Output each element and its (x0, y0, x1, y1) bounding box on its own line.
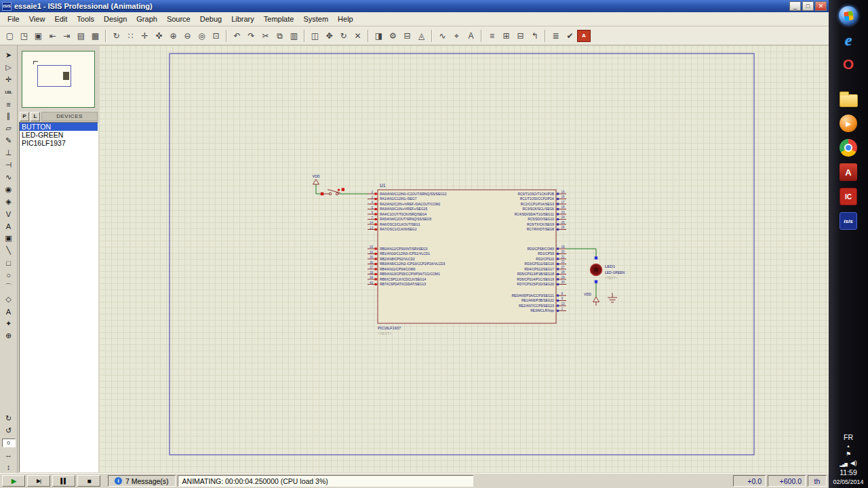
step-button[interactable]: ▶| (27, 475, 50, 487)
network-icon[interactable]: ▂▄▆ (840, 462, 846, 466)
volume-icon[interactable]: ◀) (850, 460, 857, 466)
generator-mode-icon[interactable]: ◈ (2, 196, 16, 207)
2d-circle-icon[interactable]: ○ (2, 269, 16, 281)
origin-icon[interactable]: ✛ (138, 28, 152, 43)
netlist-to-ares-icon[interactable]: A (577, 30, 591, 42)
language-indicator[interactable]: FR (844, 433, 853, 441)
design-explorer-icon[interactable]: ≡ (485, 28, 499, 43)
library-button[interactable]: L (31, 112, 40, 121)
redo-icon[interactable]: ↷ (244, 28, 258, 43)
rotation-angle-display[interactable]: 0 (2, 439, 16, 447)
menu-help[interactable]: Help (333, 13, 358, 25)
design-overview-panel[interactable] (22, 51, 95, 108)
pick-device-icon[interactable]: ◨ (372, 28, 386, 43)
folder-icon[interactable] (834, 87, 863, 110)
wire-label-mode-icon[interactable]: LBL (2, 86, 16, 98)
2d-symbol-icon[interactable]: ✦ (2, 318, 16, 329)
power-terminal-arrow[interactable] (593, 297, 599, 302)
menu-design[interactable]: Design (99, 13, 132, 25)
menu-file[interactable]: File (3, 13, 24, 25)
zoom-out-icon[interactable]: ⊖ (180, 28, 195, 43)
open-file-icon[interactable]: ◳ (17, 28, 31, 43)
remove-sheet-icon[interactable]: ⊟ (513, 28, 528, 43)
device-item-pic16lf1937[interactable]: PIC16LF1937 (20, 139, 98, 147)
clock-date[interactable]: 02/05/2014 (833, 479, 863, 485)
2d-path-icon[interactable]: ◇ (2, 293, 16, 305)
mark-output-area-icon[interactable]: ▦ (88, 28, 102, 43)
instant-edit-mode-icon[interactable]: ✎ (2, 135, 16, 146)
menu-source[interactable]: Source (162, 13, 195, 25)
block-rotate-icon[interactable]: ↻ (336, 28, 351, 43)
2d-box-icon[interactable]: □ (2, 257, 16, 268)
titlebar[interactable]: ISIS essaie1 - ISIS Professional (Animat… (0, 0, 829, 12)
internet-explorer-icon[interactable]: e (834, 28, 863, 52)
opera-icon[interactable]: O (834, 53, 863, 76)
zoom-all-icon[interactable]: ◎ (195, 28, 209, 43)
play-button[interactable]: ▶ (2, 475, 25, 487)
schematic-drawing[interactable]: 2RA0/AN0/C12IN0-/C2OUT/SRNQ/SS/SEG123RA1… (99, 45, 829, 473)
2d-marker-icon[interactable]: ⊕ (2, 330, 16, 342)
close-button[interactable]: ✕ (815, 1, 827, 11)
device-item-led-green[interactable]: LED-GREEN (20, 131, 98, 139)
terminals-mode-icon[interactable]: ⊥ (2, 147, 16, 159)
junction-dot-mode-icon[interactable]: ✛ (2, 74, 16, 85)
zoom-area-icon[interactable]: ⊡ (209, 28, 223, 43)
selection-mode-icon[interactable]: ➤ (2, 49, 16, 61)
power-terminal-arrow[interactable] (313, 180, 319, 185)
property-assignment-icon[interactable]: A (464, 28, 478, 43)
toggle-grid-icon[interactable]: ∷ (123, 28, 138, 43)
chip-ref[interactable]: U1 (380, 183, 386, 188)
zoom-in-icon[interactable]: ⊕ (166, 28, 180, 43)
menu-system[interactable]: System (298, 13, 333, 25)
copy-icon[interactable]: ⧉ (273, 28, 287, 43)
undo-icon[interactable]: ↶ (230, 28, 244, 43)
new-file-icon[interactable]: ▢ (3, 28, 17, 43)
2d-arc-icon[interactable]: ⌒ (2, 281, 16, 293)
menu-view[interactable]: View (24, 13, 50, 25)
tape-recorder-mode-icon[interactable]: ◉ (2, 184, 16, 195)
menu-template[interactable]: Template (259, 13, 299, 25)
menu-tools[interactable]: Tools (72, 13, 99, 25)
current-probe-mode-icon[interactable]: A (2, 220, 16, 232)
block-move-icon[interactable]: ✥ (322, 28, 336, 43)
menu-graph[interactable]: Graph (132, 13, 162, 25)
mirror-vertical-icon[interactable]: ↕ (2, 461, 16, 472)
device-pins-mode-icon[interactable]: ⊣ (2, 159, 16, 171)
search-tag-icon[interactable]: ⌖ (450, 28, 464, 43)
text-script-mode-icon[interactable]: ≡ (2, 98, 16, 110)
stop-button[interactable]: ■ (77, 475, 100, 487)
block-delete-icon[interactable]: ✕ (351, 28, 365, 43)
pause-button[interactable]: ▌▌ (52, 475, 75, 487)
isis-app-icon[interactable]: isis (834, 209, 863, 232)
message-panel[interactable]: i 7 Message(s) (108, 475, 176, 487)
wire[interactable] (566, 249, 596, 258)
subcircuit-mode-icon[interactable]: ▱ (2, 123, 16, 134)
import-section-icon[interactable]: ⇤ (45, 28, 60, 43)
paste-icon[interactable]: ▥ (287, 28, 301, 43)
packaging-tool-icon[interactable]: ⊟ (400, 28, 414, 43)
chip-value[interactable]: PIC16LF1937 (378, 326, 401, 330)
device-item-button[interactable]: BUTTON (20, 123, 98, 131)
menu-edit[interactable]: Edit (50, 13, 72, 25)
adobe-reader-icon[interactable]: A (834, 161, 863, 184)
redraw-icon[interactable]: ↻ (109, 28, 123, 43)
pick-device-button[interactable]: P (20, 112, 29, 121)
start-icon[interactable] (834, 4, 863, 27)
led-value[interactable]: LED-GREEN (605, 270, 625, 274)
bill-of-materials-icon[interactable]: ≣ (549, 28, 563, 43)
tray-expand-icon[interactable]: ▴ (847, 443, 850, 449)
new-sheet-icon[interactable]: ⊞ (499, 28, 513, 43)
component-mode-icon[interactable]: ▷ (2, 62, 16, 73)
menu-debug[interactable]: Debug (195, 13, 226, 25)
media-player-icon[interactable]: ▶ (834, 112, 863, 135)
clock-time[interactable]: 11:59 (840, 468, 857, 476)
maximize-button[interactable]: □ (802, 1, 814, 11)
buses-mode-icon[interactable]: ∥ (2, 110, 16, 122)
wire-autorouter-icon[interactable]: ∿ (435, 28, 450, 43)
voltage-probe-mode-icon[interactable]: V (2, 208, 16, 220)
electrical-rule-check-icon[interactable]: ✔ (563, 28, 577, 43)
virtual-instruments-mode-icon[interactable]: ▣ (2, 232, 16, 244)
schematic-canvas[interactable]: 2RA0/AN0/C12IN0-/C2OUT/SRNQ/SS/SEG123RA1… (99, 45, 829, 473)
make-device-icon[interactable]: ⚙ (386, 28, 400, 43)
led-ref[interactable]: LED1 (605, 264, 616, 268)
